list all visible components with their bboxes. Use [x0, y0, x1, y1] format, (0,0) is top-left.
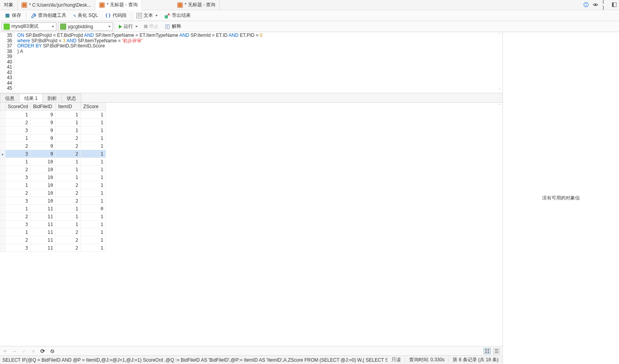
- cell[interactable]: 1: [5, 181, 31, 189]
- table-row[interactable]: 2921: [0, 142, 106, 150]
- row-header[interactable]: [0, 142, 5, 150]
- cell[interactable]: 1: [81, 221, 106, 228]
- cell[interactable]: 11: [31, 205, 56, 213]
- cell[interactable]: 2: [5, 119, 31, 127]
- sql-code[interactable]: ON SP.BidProjId = ET.BidProjId AND SP.It…: [15, 32, 496, 93]
- sql-editor[interactable]: 3536373839404142434445 ON SP.BidProjId =…: [0, 32, 502, 93]
- tab-info[interactable]: 信息: [0, 94, 20, 102]
- cell[interactable]: 3: [5, 174, 31, 181]
- cell[interactable]: 10: [31, 197, 56, 205]
- database-combo[interactable]: ygcgbidding: [58, 22, 113, 31]
- table-row[interactable]: 21021: [0, 189, 106, 197]
- scroll-down-icon[interactable]: ˅: [497, 88, 501, 92]
- cell[interactable]: 1: [56, 221, 81, 228]
- cell[interactable]: 1: [56, 158, 81, 166]
- cell[interactable]: 1: [56, 127, 81, 134]
- table-row[interactable]: 3911: [0, 127, 106, 134]
- row-header[interactable]: [0, 158, 5, 166]
- cell[interactable]: 2: [56, 181, 81, 189]
- cell[interactable]: 1: [56, 213, 81, 221]
- cell[interactable]: 1: [81, 119, 106, 127]
- row-header[interactable]: [0, 236, 5, 244]
- cell[interactable]: 2: [56, 189, 81, 197]
- cell[interactable]: 3: [5, 127, 31, 134]
- table-row[interactable]: 2911: [0, 119, 106, 127]
- cell[interactable]: 1: [56, 111, 81, 119]
- tab-file[interactable]: * C:\Users\liu'jun'hong\Desk...: [18, 0, 95, 10]
- parens-icon[interactable]: ( ): [602, 2, 608, 8]
- row-header[interactable]: [0, 228, 5, 236]
- cell[interactable]: 9: [31, 150, 56, 158]
- cell[interactable]: 3: [5, 221, 31, 228]
- cell[interactable]: 1: [56, 166, 81, 174]
- result-grid[interactable]: ScoreOrdBidFileIDItemIDZScore19112911391…: [0, 103, 496, 346]
- row-header[interactable]: [0, 205, 5, 213]
- row-header[interactable]: [0, 244, 5, 252]
- connection-combo[interactable]: mysql83测试: [2, 22, 56, 31]
- grid-scrollbar[interactable]: ˄: [496, 103, 502, 346]
- add-row-button[interactable]: +: [2, 348, 8, 354]
- cell[interactable]: 1: [81, 197, 106, 205]
- table-row[interactable]: 31011: [0, 174, 106, 181]
- table-row[interactable]: 31021: [0, 197, 106, 205]
- apply-button[interactable]: ✓: [21, 348, 27, 354]
- cell[interactable]: 11: [31, 236, 56, 244]
- cell[interactable]: 1: [81, 228, 106, 236]
- table-row[interactable]: 11021: [0, 181, 106, 189]
- cell[interactable]: 1: [5, 205, 31, 213]
- cell[interactable]: 10: [31, 158, 56, 166]
- cell[interactable]: 2: [56, 236, 81, 244]
- delete-row-button[interactable]: −: [12, 348, 17, 354]
- export-button[interactable]: 导出结果: [162, 11, 193, 20]
- cell[interactable]: 1: [81, 142, 106, 150]
- cell[interactable]: 2: [5, 142, 31, 150]
- stop-button[interactable]: 停止: [142, 22, 161, 31]
- tab-untitled-other[interactable]: * 无标题 - 查询: [173, 0, 220, 10]
- cell[interactable]: 1: [56, 174, 81, 181]
- cell[interactable]: 1: [5, 134, 31, 142]
- cell[interactable]: 9: [31, 127, 56, 134]
- cell[interactable]: 2: [56, 142, 81, 150]
- eye-icon[interactable]: [592, 2, 599, 8]
- cell[interactable]: 2: [5, 189, 31, 197]
- table-row[interactable]: 11110: [0, 205, 106, 213]
- table-row[interactable]: 11011: [0, 158, 106, 166]
- row-header[interactable]: [0, 181, 5, 189]
- cell[interactable]: 1: [81, 111, 106, 119]
- cell[interactable]: 1: [5, 228, 31, 236]
- row-header[interactable]: [0, 221, 5, 228]
- cell[interactable]: 2: [56, 134, 81, 142]
- row-header[interactable]: [0, 150, 5, 158]
- table-row[interactable]: 1921: [0, 134, 106, 142]
- table-row[interactable]: 3921: [0, 150, 106, 158]
- cell[interactable]: 1: [81, 127, 106, 134]
- cell[interactable]: 2: [5, 166, 31, 174]
- cell[interactable]: 11: [31, 244, 56, 252]
- cell[interactable]: 1: [81, 174, 106, 181]
- cell[interactable]: 2: [56, 228, 81, 236]
- row-header[interactable]: [0, 166, 5, 174]
- cell[interactable]: 10: [31, 174, 56, 181]
- scroll-up-icon[interactable]: ˄: [497, 33, 501, 37]
- cell[interactable]: 1: [56, 205, 81, 213]
- cell[interactable]: 1: [56, 119, 81, 127]
- cell[interactable]: 1: [81, 189, 106, 197]
- cell[interactable]: 3: [5, 197, 31, 205]
- table-row[interactable]: 31121: [0, 244, 106, 252]
- explain-button[interactable]: 解释: [162, 22, 184, 31]
- cell[interactable]: 1: [5, 111, 31, 119]
- table-row[interactable]: 11121: [0, 228, 106, 236]
- cell[interactable]: 2: [5, 213, 31, 221]
- tab-untitled-active[interactable]: * 无标题 - 查询: [95, 0, 142, 10]
- row-header[interactable]: [0, 213, 5, 221]
- row-header[interactable]: [0, 174, 5, 181]
- column-header[interactable]: ScoreOrd: [5, 103, 31, 111]
- cell[interactable]: 9: [31, 119, 56, 127]
- tab-profile[interactable]: 剖析: [42, 94, 62, 102]
- tab-objects[interactable]: 对象: [0, 0, 18, 10]
- text-button[interactable]: 文本: [134, 11, 160, 20]
- cell[interactable]: 2: [56, 150, 81, 158]
- form-view-button[interactable]: [493, 348, 500, 354]
- info-icon[interactable]: [583, 2, 589, 8]
- tab-status[interactable]: 状态: [62, 94, 81, 102]
